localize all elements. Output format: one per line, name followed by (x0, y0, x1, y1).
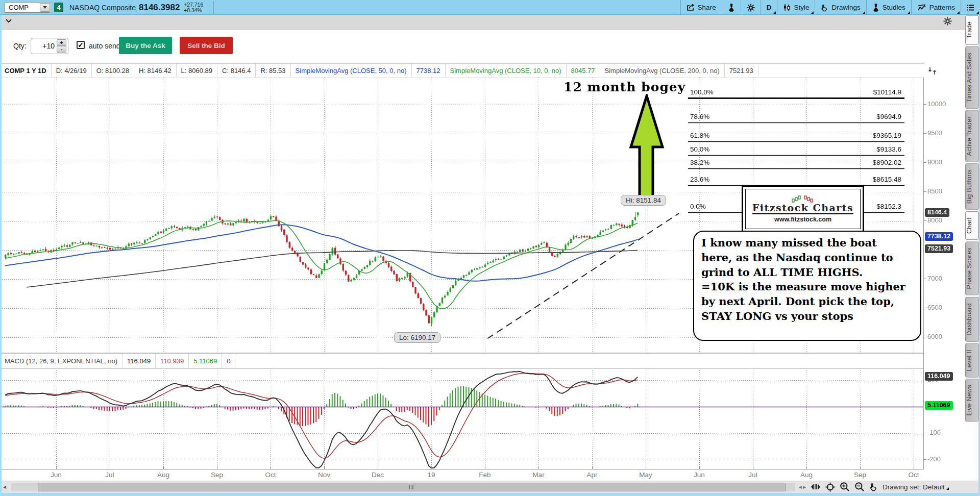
flask-button[interactable] (722, 0, 741, 15)
drawings-button[interactable]: Drawings (815, 0, 866, 15)
auto-send-checkbox[interactable]: ✓ (77, 41, 85, 49)
gear-button[interactable] (741, 0, 761, 15)
up-arrow-annotation[interactable] (627, 94, 670, 201)
plot-axis-divider (923, 78, 924, 469)
studies-button[interactable]: Studies (866, 0, 911, 15)
time-axis-label: Oct (255, 471, 286, 479)
fib-level-price-label: $8902.02 (817, 159, 901, 166)
hand-drag-icon[interactable] (869, 482, 878, 491)
logo-url: www.fitzstock.com (774, 216, 831, 223)
fib-level-pct-label: 23.6% (690, 176, 709, 183)
watchlist-badge[interactable]: 4 (54, 3, 63, 12)
time-axis-label: Jun (41, 471, 71, 479)
crosshair-mode-icon[interactable] (928, 66, 937, 78)
button-label: Patterns (929, 4, 955, 11)
qty-label: Qty: (13, 42, 27, 50)
pattern-icon (917, 4, 926, 11)
price-axis-label: 6500 (927, 304, 963, 311)
sidebar-tab-big-buttons[interactable]: Big Buttons (965, 163, 978, 210)
macd-header-cell: 5.11069 (189, 354, 222, 368)
fib-level-pct-label: 50.0% (690, 145, 709, 153)
sidebar-tab-live-news[interactable]: Live News (965, 379, 978, 421)
fib-level-pct-label: 61.8% (690, 132, 709, 139)
fib-level-price-label: $9694.9 (817, 113, 901, 120)
gadget-settings-gear-icon[interactable] (943, 17, 952, 28)
price-change: +27.716 +0.34% (184, 0, 203, 15)
style-button[interactable]: Style (777, 0, 815, 15)
macd-axis-badge: 5.11069 (925, 401, 953, 410)
sidebar-tab-level-ii[interactable]: Level II (965, 343, 978, 378)
chevron-down-icon (43, 6, 47, 9)
zoom-in-icon[interactable] (840, 482, 850, 492)
scroll-back-icon[interactable]: ◂ ▸ (799, 484, 806, 490)
chart-header-cell: COMP 1 Y 1D (0, 64, 52, 77)
sidebar-tab-trade[interactable]: Trade (965, 15, 978, 45)
sidebar-tab-chart[interactable]: Chart (965, 211, 978, 240)
qty-decrease-button[interactable]: - (57, 46, 66, 53)
sidebar-tab-phase-scores[interactable]: Phase Scores (965, 241, 978, 295)
pan-mode-icon[interactable] (811, 483, 821, 491)
symbol-description: NASDAQ Composite (69, 0, 136, 15)
qty-increase-button[interactable]: + (57, 39, 66, 46)
time-axis-label: Jul (94, 471, 125, 479)
price-axis-label: 8500 (927, 187, 963, 195)
time-axis-label: Dec (362, 471, 393, 479)
macd-header-cell: 116.049 (122, 354, 156, 368)
chart-header-cell: 7521.93 (725, 64, 758, 77)
scrollbar-thumb[interactable] (38, 483, 786, 491)
price-axis-badge: 8146.4 (925, 208, 949, 217)
d-button[interactable]: D (761, 0, 777, 15)
sidebar-tab-active-trader[interactable]: Active Trader (965, 110, 978, 162)
fib-level-pct-label: 0.0% (690, 203, 706, 210)
scroll-left-icon[interactable]: ◂ (3, 483, 6, 490)
bogey-annotation[interactable]: 12 month bogey (564, 80, 685, 94)
share-button[interactable]: Share (680, 0, 722, 15)
sidebar-tab-times-and-sales[interactable]: Times And Sales (965, 46, 978, 109)
zoom-out-icon[interactable] (854, 482, 865, 492)
chart-header-cell: R: 85.53 (256, 64, 290, 77)
buy-the-ask-button[interactable]: Buy the Ask (119, 37, 172, 54)
gear-icon (747, 4, 755, 12)
button-label: D (767, 4, 772, 11)
sidebar-tab-dashboard[interactable]: Dashboard (965, 297, 978, 342)
time-axis-label: Aug (148, 471, 179, 479)
time-axis-label: May (630, 471, 661, 479)
time-axis-label: Nov (309, 471, 339, 479)
chart-header-cell: 7738.12 (412, 64, 446, 77)
macd-study-header: MACD (12, 26, 9, EXPONENTIAL, no)116.049… (0, 353, 924, 368)
divider (132, 1, 132, 14)
chart-data-header: COMP 1 Y 1DD: 4/26/19O: 8100.28H: 8146.4… (0, 63, 924, 78)
sell-the-bid-button[interactable]: Sell the Bid (180, 37, 233, 54)
window-edge (0, 15, 2, 496)
button-label: Share (698, 4, 716, 11)
time-axis-label: Sep (202, 471, 232, 479)
macd-axis-badge: 116.049 (925, 372, 953, 381)
time-axis-label: 19 (416, 471, 447, 479)
collapse-chevron-icon[interactable] (5, 17, 12, 27)
trading-platform-window: COMP 4 NASDAQ Composite 8146.3982 +27.71… (0, 0, 980, 496)
symbol-input[interactable]: COMP (4, 2, 51, 13)
quantity-stepper[interactable]: +10 + - (31, 38, 68, 54)
macd-header-cell: 0 (222, 354, 235, 368)
time-axis-label: Mar (523, 471, 554, 479)
change-value: +27.716 (184, 2, 203, 8)
list-button[interactable] (961, 0, 980, 15)
macd-study-pane[interactable] (0, 368, 924, 469)
hand-icon (821, 4, 828, 12)
price-axis-label: 10000 (927, 100, 963, 108)
time-axis-label: Jun (684, 471, 715, 479)
fib-level-pct-label: 78.6% (690, 113, 709, 120)
analysis-note-annotation[interactable]: I know many missed the boat here, as the… (693, 231, 921, 341)
price-axis-badge: 7738.12 (925, 232, 953, 241)
crosshair-target-icon[interactable] (825, 482, 835, 492)
toolbar-button-group: ShareDStyleDrawingsStudiesPatterns (680, 0, 980, 15)
fib-level-pct-label: 100.0% (690, 88, 714, 96)
chart-header-cell: H: 8146.42 (134, 64, 177, 77)
chart-header-cell: O: 8100.28 (92, 64, 134, 77)
fib-level-price-label: $9133.6 (817, 145, 901, 153)
patterns-button[interactable]: Patterns (911, 0, 961, 15)
fib-level-price-label: $8615.48 (817, 176, 901, 183)
symbol-dropdown-button[interactable] (40, 3, 50, 12)
drawing-set-selector[interactable]: Drawing set: Default (883, 483, 950, 491)
scrollbar-track[interactable] (11, 483, 795, 491)
